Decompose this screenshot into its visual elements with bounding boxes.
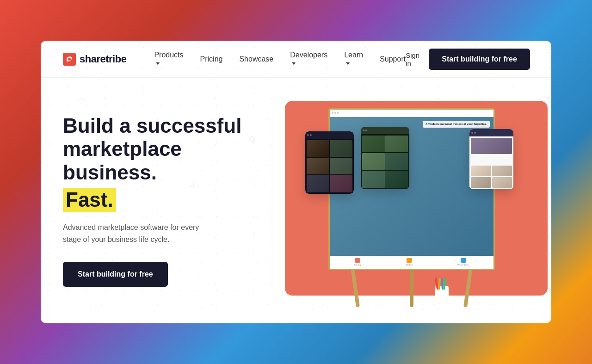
nav-links: Products Pricing Showcase Developers Lea… bbox=[154, 51, 406, 68]
fit-strip-item-3: Partner Gyms bbox=[458, 258, 469, 266]
tab-cell-6 bbox=[330, 175, 352, 192]
nav-pricing[interactable]: Pricing bbox=[200, 55, 223, 63]
book-header bbox=[469, 129, 513, 136]
tab-cell-4 bbox=[330, 158, 352, 175]
tablet-left-content bbox=[305, 131, 354, 194]
fitcoach-dot-1 bbox=[332, 112, 333, 114]
tab-cell-m2 bbox=[385, 136, 408, 153]
book-dot-1 bbox=[471, 132, 473, 134]
learn-dropdown-icon bbox=[346, 62, 350, 65]
tablet-middle bbox=[361, 127, 409, 189]
main-card: ♡ ◇ ○ + ✦ □ sharetribe Products Pricing … bbox=[41, 41, 551, 323]
nav-support[interactable]: Support bbox=[380, 55, 406, 63]
fit-strip-label-3: Partner Gyms bbox=[458, 264, 469, 266]
fitcoach-header bbox=[330, 110, 493, 117]
book-cell-3 bbox=[471, 177, 491, 188]
fit-strip-label-2: Workout bbox=[406, 264, 413, 266]
pencil-cup bbox=[435, 286, 449, 302]
fitcoach-overlay-text: Affordable personal trainers at your fin… bbox=[423, 121, 490, 128]
fit-strip-item-1: Training bbox=[354, 258, 361, 266]
tab-cell-3 bbox=[307, 158, 329, 175]
fitcoach-body: Affordable personal trainers at your fin… bbox=[330, 117, 493, 256]
tab-cell-m1 bbox=[362, 136, 385, 153]
tab-cell-m3 bbox=[362, 153, 385, 170]
fitcoach-dot-2 bbox=[334, 112, 336, 114]
hero-cta-button[interactable]: Start building for free bbox=[63, 262, 168, 287]
tab-cell-m6 bbox=[385, 171, 408, 188]
fit-strip-item-2: Workout bbox=[406, 258, 413, 266]
tablet-left-dot bbox=[307, 134, 309, 136]
tab-cell-m4 bbox=[385, 153, 408, 170]
book-cell-1 bbox=[471, 166, 491, 176]
signin-link[interactable]: Sign in bbox=[406, 51, 419, 67]
easel-container: Affordable personal trainers at your fin… bbox=[294, 96, 529, 305]
easel: Affordable personal trainers at your fin… bbox=[319, 104, 504, 298]
book-dot-2 bbox=[474, 132, 476, 134]
book-cell-2 bbox=[492, 166, 512, 176]
tablet-middle-content bbox=[361, 127, 409, 189]
fit-strip-icon-2 bbox=[407, 258, 412, 263]
fit-strip-icon-1 bbox=[355, 258, 360, 263]
nav-cta-button[interactable]: Start building for free bbox=[429, 49, 530, 70]
hero-section: Build a successful marketplace business.… bbox=[41, 78, 551, 323]
fit-strip-icon-3 bbox=[461, 258, 466, 263]
logo-text: sharetribe bbox=[80, 53, 126, 65]
tablet-right bbox=[469, 129, 513, 189]
nav-learn[interactable]: Learn bbox=[344, 51, 363, 68]
pencil-4 bbox=[443, 278, 447, 289]
hero-title: Build a successful marketplace business. bbox=[63, 114, 257, 185]
developers-dropdown-icon bbox=[292, 62, 296, 65]
tablet-left-dot-2 bbox=[310, 134, 312, 136]
tablet-left-header bbox=[305, 131, 354, 139]
logo-icon bbox=[63, 53, 76, 66]
hero-subtitle: Advanced marketplace software for every … bbox=[63, 222, 211, 245]
hero-illustration: Affordable personal trainers at your fin… bbox=[257, 96, 529, 305]
tablet-left bbox=[305, 131, 354, 194]
fitcoach-screenshot: Affordable personal trainers at your fin… bbox=[330, 110, 493, 269]
book-cell-hero bbox=[471, 138, 512, 154]
tablet-middle-dot bbox=[363, 130, 364, 131]
fitcoach-dot-3 bbox=[337, 112, 339, 114]
products-dropdown-icon bbox=[156, 62, 160, 65]
book-screenshot bbox=[469, 129, 513, 189]
tablet-left-grid bbox=[305, 139, 354, 194]
tab-cell-5 bbox=[307, 175, 329, 192]
hero-highlight: Fast. bbox=[63, 188, 116, 212]
pencil-2 bbox=[438, 278, 441, 289]
fitcoach-hero-bg bbox=[330, 117, 493, 256]
tablet-middle-grid bbox=[361, 134, 409, 189]
book-cell-4 bbox=[492, 177, 512, 188]
hero-left: Build a successful marketplace business.… bbox=[63, 114, 257, 287]
fitcoach-bottom-strip: Training Workout Partner Gyms bbox=[330, 256, 493, 269]
tab-cell-1 bbox=[307, 140, 329, 157]
logo-link[interactable]: sharetribe bbox=[63, 53, 126, 66]
svg-point-1 bbox=[68, 58, 71, 61]
nav-showcase[interactable]: Showcase bbox=[239, 55, 273, 63]
fit-strip-label-1: Training bbox=[354, 264, 361, 266]
tab-cell-m5 bbox=[362, 171, 385, 188]
tablet-middle-dot-2 bbox=[365, 130, 367, 131]
tablet-middle-header bbox=[361, 127, 409, 134]
nav-developers[interactable]: Developers bbox=[290, 51, 327, 68]
book-body bbox=[469, 136, 513, 189]
navbar: sharetribe Products Pricing Showcase Dev… bbox=[41, 41, 551, 78]
tab-cell-2 bbox=[330, 140, 352, 157]
nav-products[interactable]: Products bbox=[154, 51, 183, 68]
